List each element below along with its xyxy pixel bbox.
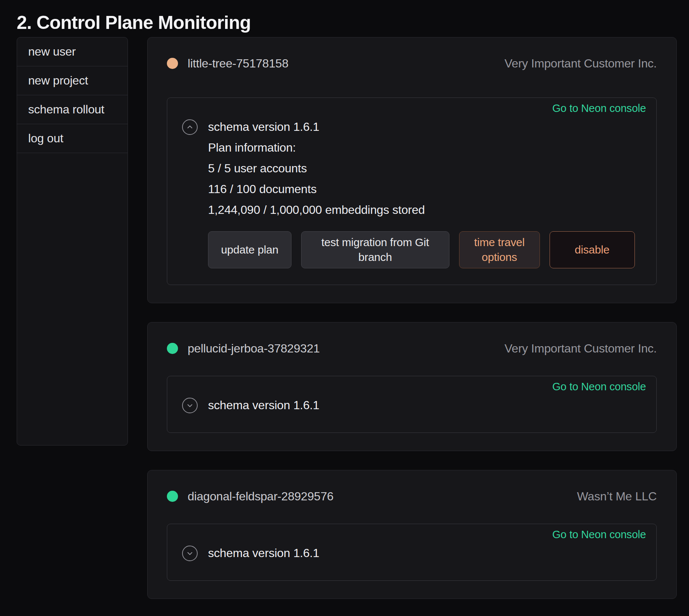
schema-version: schema version 1.6.1 xyxy=(208,543,319,563)
project-name: pellucid-jerboa-37829321 xyxy=(188,342,320,355)
test-migration-button[interactable]: test migration from Git branch xyxy=(301,231,449,268)
expand-toggle[interactable] xyxy=(182,398,198,413)
page-title: 2. Control Plane Monitoring xyxy=(0,0,689,37)
content-area: new user new project schema rollout log … xyxy=(0,37,689,599)
panel-text-block: schema version 1.6.1 xyxy=(208,395,319,415)
status-dot xyxy=(167,491,178,502)
schema-panel: Go to Neon console schema version 1.6.1 xyxy=(167,376,657,433)
company-name: Very Important Customer Inc. xyxy=(504,342,657,355)
chevron-down-icon xyxy=(186,401,194,410)
project-card-little-tree: little-tree-75178158 Very Important Cust… xyxy=(147,37,677,303)
neon-console-link[interactable]: Go to Neon console xyxy=(552,381,646,393)
sidebar-item-new-user[interactable]: new user xyxy=(17,37,128,66)
time-travel-options-button[interactable]: time travel options xyxy=(459,231,540,268)
project-card-pellucid-jerboa: pellucid-jerboa-37829321 Very Important … xyxy=(147,322,677,451)
card-header: diagonal-feldspar-28929576 Wasn’t Me LLC xyxy=(167,488,657,504)
project-name: diagonal-feldspar-28929576 xyxy=(188,490,333,503)
control-plane-page: 2. Control Plane Monitoring new user new… xyxy=(0,0,689,616)
panel-text-block: schema version 1.6.1 xyxy=(208,543,319,563)
plan-embeddings: 1,244,090 / 1,000,000 embeddings stored xyxy=(208,199,425,220)
sidebar-item-new-project[interactable]: new project xyxy=(17,66,128,95)
company-name: Very Important Customer Inc. xyxy=(504,57,657,70)
neon-console-link[interactable]: Go to Neon console xyxy=(552,529,646,540)
schema-row: schema version 1.6.1 xyxy=(182,395,646,415)
sidebar-item-log-out[interactable]: log out xyxy=(17,124,128,153)
project-cards: little-tree-75178158 Very Important Cust… xyxy=(147,37,677,599)
console-link-row: Go to Neon console xyxy=(182,102,646,115)
status-dot xyxy=(167,58,178,69)
schema-version: schema version 1.6.1 xyxy=(208,395,319,415)
update-plan-button[interactable]: update plan xyxy=(208,231,291,268)
schema-version: schema version 1.6.1 xyxy=(208,116,425,137)
collapse-toggle[interactable] xyxy=(182,119,198,135)
chevron-down-icon xyxy=(186,549,194,557)
plan-heading: Plan information: xyxy=(208,137,425,158)
plan-user-accounts: 5 / 5 user accounts xyxy=(208,158,425,179)
schema-row: schema version 1.6.1 xyxy=(182,543,646,563)
panel-text-block: schema version 1.6.1 Plan information: 5… xyxy=(208,116,425,220)
disable-button[interactable]: disable xyxy=(550,231,635,268)
plan-actions: update plan test migration from Git bran… xyxy=(208,231,646,268)
chevron-up-icon xyxy=(186,123,194,131)
schema-panel: Go to Neon console schema version 1.6.1 … xyxy=(167,97,657,285)
plan-documents: 116 / 100 documents xyxy=(208,179,425,199)
sidebar-item-schema-rollout[interactable]: schema rollout xyxy=(17,95,128,124)
project-card-diagonal-feldspar: diagonal-feldspar-28929576 Wasn’t Me LLC… xyxy=(147,470,677,599)
neon-console-link[interactable]: Go to Neon console xyxy=(552,102,646,114)
console-link-row: Go to Neon console xyxy=(182,529,646,541)
sidebar: new user new project schema rollout log … xyxy=(17,37,128,446)
card-header: little-tree-75178158 Very Important Cust… xyxy=(167,55,657,72)
schema-panel: Go to Neon console schema version 1.6.1 xyxy=(167,524,657,581)
project-name: little-tree-75178158 xyxy=(188,57,289,70)
company-name: Wasn’t Me LLC xyxy=(577,490,657,503)
console-link-row: Go to Neon console xyxy=(182,381,646,393)
status-dot xyxy=(167,343,178,354)
schema-row: schema version 1.6.1 Plan information: 5… xyxy=(182,116,646,220)
expand-toggle[interactable] xyxy=(182,546,198,561)
card-header: pellucid-jerboa-37829321 Very Important … xyxy=(167,340,657,357)
